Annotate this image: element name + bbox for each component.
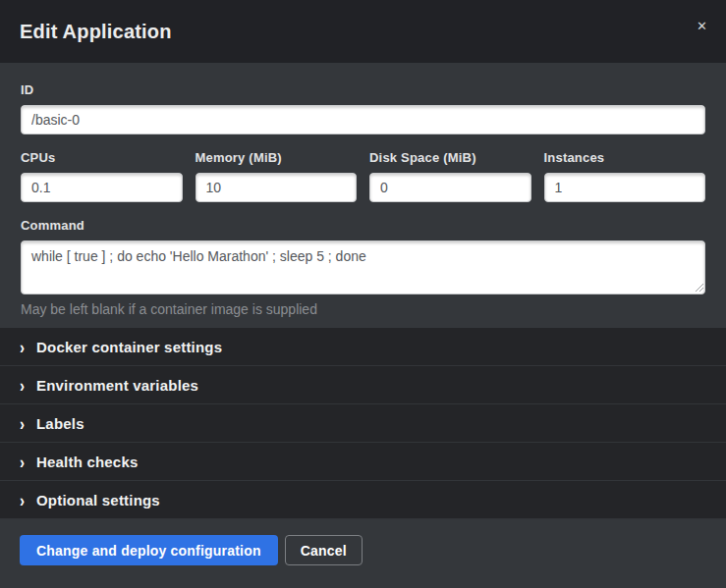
- instances-input[interactable]: [544, 173, 706, 202]
- disk-input[interactable]: [369, 173, 531, 202]
- id-field-group: ID: [21, 82, 705, 134]
- command-help-text: May be left blank if a container image i…: [21, 301, 705, 317]
- modal-footer: Change and deploy configuration Cancel: [0, 519, 726, 588]
- chevron-right-icon: ›: [20, 338, 25, 356]
- cpus-field-group: CPUs: [21, 150, 183, 202]
- memory-field-group: Memory (MiB): [195, 150, 358, 202]
- chevron-right-icon: ›: [20, 376, 25, 395]
- section-label: Optional settings: [36, 492, 160, 508]
- section-environment-variables[interactable]: › Environment variables: [0, 366, 726, 404]
- chevron-right-icon: ›: [20, 453, 25, 471]
- cancel-button[interactable]: Cancel: [285, 535, 363, 565]
- id-label: ID: [21, 82, 705, 97]
- command-textarea-wrap: while [ true ] ; do echo 'Hello Marathon…: [21, 241, 705, 294]
- instances-label: Instances: [544, 150, 706, 165]
- command-label: Command: [21, 218, 705, 233]
- command-textarea[interactable]: while [ true ] ; do echo 'Hello Marathon…: [21, 241, 705, 294]
- modal-header: Edit Application ✕: [0, 0, 726, 63]
- section-label: Docker container settings: [36, 339, 222, 355]
- resources-row: CPUs Memory (MiB) Disk Space (MiB) Insta…: [21, 150, 705, 202]
- edit-application-modal: Edit Application ✕ ID CPUs Memory (MiB) …: [0, 0, 726, 588]
- modal-title: Edit Application: [20, 21, 172, 43]
- section-label: Labels: [36, 415, 84, 432]
- cpus-input[interactable]: [21, 173, 183, 202]
- disk-label: Disk Space (MiB): [369, 150, 531, 165]
- instances-field-group: Instances: [544, 150, 706, 202]
- section-docker-container-settings[interactable]: › Docker container settings: [0, 328, 726, 366]
- change-and-deploy-button[interactable]: Change and deploy configuration: [20, 535, 278, 565]
- section-label: Environment variables: [36, 377, 198, 394]
- chevron-right-icon: ›: [20, 414, 25, 433]
- cpus-label: CPUs: [21, 150, 183, 165]
- memory-input[interactable]: [195, 173, 358, 202]
- section-health-checks[interactable]: › Health checks: [0, 443, 726, 481]
- memory-label: Memory (MiB): [195, 150, 358, 165]
- disk-field-group: Disk Space (MiB): [369, 150, 531, 202]
- id-input[interactable]: [21, 105, 705, 134]
- section-optional-settings[interactable]: › Optional settings: [0, 481, 726, 519]
- section-labels[interactable]: › Labels: [0, 404, 726, 443]
- command-field-group: Command while [ true ] ; do echo 'Hello …: [21, 218, 705, 317]
- close-icon[interactable]: ✕: [693, 16, 711, 36]
- accordion: › Docker container settings › Environmen…: [0, 328, 726, 519]
- modal-body: ID CPUs Memory (MiB) Disk Space (MiB) In…: [0, 63, 726, 328]
- section-label: Health checks: [36, 454, 138, 470]
- chevron-right-icon: ›: [20, 491, 25, 509]
